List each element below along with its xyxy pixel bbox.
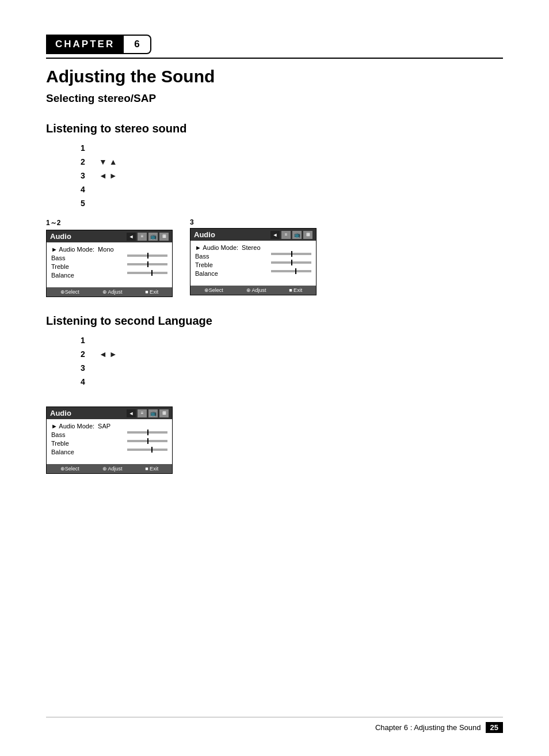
- bass-slider-1: [127, 254, 167, 257]
- screen-row-balance-sap: Balance: [51, 449, 167, 455]
- footer-text: Chapter 6 : Adjusting the Sound: [375, 723, 481, 732]
- screen-icon-vol-sap: ◄: [127, 409, 136, 417]
- audio-mode-label-sap: ► Audio Mode:: [51, 423, 94, 430]
- step-s2-2: 2 ◄ ►: [81, 349, 503, 359]
- screen-icon-tv-sap: 📺: [148, 409, 158, 417]
- balance-label-sap: Balance: [51, 449, 74, 455]
- screen-titlebar-sap: Audio ◄ ≡ 📺 ⊞: [47, 407, 172, 419]
- treble-label-sap: Treble: [51, 440, 69, 447]
- screen-box-1: Audio ◄ ≡ 📺 ⊞ ► Audio Mode: Mono Bass: [46, 230, 173, 297]
- screen-row-bass-sap: Bass: [51, 431, 167, 438]
- screen-icon-tv-2: 📺: [292, 231, 302, 239]
- bass-slider-sap: [127, 431, 167, 434]
- step-num-5: 5: [81, 199, 94, 208]
- screen-body-1: ► Audio Mode: Mono Bass Treble Balance: [47, 242, 172, 284]
- step-s2-1: 1: [81, 336, 503, 345]
- step-s2-text-2: ◄ ►: [99, 349, 117, 359]
- screen-row-bass-2: Bass: [195, 253, 311, 260]
- bass-slider-2: [271, 253, 311, 255]
- step-num-1: 1: [81, 143, 94, 153]
- chapter-number: 6: [124, 35, 151, 54]
- screen-label-2: 3: [190, 218, 317, 226]
- footer-select-2: ⊕Select: [204, 287, 223, 293]
- screen-icon-vol-2: ◄: [270, 231, 280, 239]
- chapter-tab: CHAPTER 6: [46, 35, 151, 54]
- screens-row-section1: 1～2 Audio ◄ ≡ 📺 ⊞ ► Audio Mode: Mono: [46, 218, 503, 297]
- screen-icons-1: ◄ ≡ 📺 ⊞: [127, 233, 169, 241]
- screen-row-treble-1: Treble: [51, 263, 167, 270]
- screen-box-2: Audio ◄ ≡ 📺 ⊞ ► Audio Mode: Stereo Bass: [190, 228, 317, 295]
- steps-section1: 1 2 ▼ ▲ 3 ◄ ► 4 5: [81, 143, 503, 208]
- screen-titlebar-2: Audio ◄ ≡ 📺 ⊞: [190, 229, 316, 241]
- screen-row-bass-1: Bass: [51, 254, 167, 261]
- treble-slider-1: [127, 263, 167, 265]
- treble-label-2: Treble: [195, 261, 213, 268]
- step-text-3: ◄ ►: [99, 171, 117, 180]
- subsection-title-1: Listening to stereo sound: [46, 122, 503, 135]
- audio-mode-row-1: ► Audio Mode: Mono: [51, 246, 167, 253]
- screen-icon-menu-2: ≡: [281, 231, 291, 239]
- audio-mode-label-1: ► Audio Mode:: [51, 246, 94, 253]
- balance-slider-sap: [127, 449, 167, 451]
- chapter-header: CHAPTER 6: [46, 35, 503, 54]
- screen-icons-2: ◄ ≡ 📺 ⊞: [270, 231, 312, 239]
- subsection-title-2: Listening to second Language: [46, 314, 503, 328]
- screen-title-2: Audio: [194, 230, 270, 239]
- balance-label-1: Balance: [51, 272, 74, 279]
- treble-slider-sap: [127, 440, 167, 442]
- screen-row-treble-sap: Treble: [51, 440, 167, 447]
- step-5: 5: [81, 199, 503, 208]
- screen-title-1: Audio: [50, 232, 127, 241]
- footer-adjust-1: ⊕ Adjust: [102, 289, 123, 295]
- step-4: 4: [81, 185, 503, 194]
- screen-container-1: 1～2 Audio ◄ ≡ 📺 ⊞ ► Audio Mode: Mono: [46, 218, 173, 297]
- page-footer: Chapter 6 : Adjusting the Sound 25: [46, 717, 503, 733]
- step-num-2: 2: [81, 157, 94, 166]
- screen-container-sap: Audio ◄ ≡ 📺 ⊞ ► Audio Mode: SAP Bass: [46, 397, 173, 474]
- step-s2-3: 3: [81, 363, 503, 373]
- audio-mode-row-sap: ► Audio Mode: SAP: [51, 423, 167, 430]
- screen-box-sap: Audio ◄ ≡ 📺 ⊞ ► Audio Mode: SAP Bass: [46, 407, 173, 474]
- screen-titlebar-1: Audio ◄ ≡ 📺 ⊞: [47, 230, 172, 242]
- screen-label-sap: [46, 397, 173, 405]
- footer-exit-sap: ■ Exit: [145, 466, 158, 472]
- screen-icon-grid: ⊞: [159, 233, 169, 241]
- footer-page-number: 25: [486, 722, 503, 733]
- screens-row-section2: Audio ◄ ≡ 📺 ⊞ ► Audio Mode: SAP Bass: [46, 397, 503, 474]
- step-1: 1: [81, 143, 503, 153]
- screen-icon-grid-2: ⊞: [303, 231, 312, 239]
- screen-footer-1: ⊕Select ⊕ Adjust ■ Exit: [47, 287, 172, 297]
- screen-icon-menu-sap: ≡: [138, 409, 147, 417]
- step-s2-num-1: 1: [81, 336, 94, 345]
- screen-body-2: ► Audio Mode: Stereo Bass Treble Balance: [190, 241, 316, 282]
- chapter-divider: [46, 58, 503, 59]
- footer-exit-1: ■ Exit: [145, 289, 158, 295]
- screen-label-1: 1～2: [46, 218, 173, 228]
- treble-label-1: Treble: [51, 263, 69, 270]
- screen-container-2: 3 Audio ◄ ≡ 📺 ⊞ ► Audio Mode: Stereo: [190, 218, 317, 297]
- bass-label-1: Bass: [51, 254, 65, 261]
- audio-mode-row-2: ► Audio Mode: Stereo: [195, 244, 311, 251]
- step-num-4: 4: [81, 185, 94, 194]
- screen-icon-menu: ≡: [138, 233, 147, 241]
- footer-adjust-2: ⊕ Adjust: [246, 287, 266, 293]
- page: CHAPTER 6 Adjusting the Sound Selecting …: [0, 0, 549, 756]
- bass-label-2: Bass: [195, 253, 209, 260]
- screen-row-balance-1: Balance: [51, 272, 167, 279]
- screen-icon-vol: ◄: [127, 233, 136, 241]
- step-s2-num-3: 3: [81, 363, 94, 373]
- screen-row-treble-2: Treble: [195, 261, 311, 268]
- step-num-3: 3: [81, 171, 94, 180]
- footer-select-1: ⊕Select: [60, 289, 79, 295]
- screen-row-balance-2: Balance: [195, 270, 311, 277]
- step-s2-4: 4: [81, 377, 503, 386]
- screen-icon-grid-sap: ⊞: [159, 409, 169, 417]
- screen-footer-2: ⊕Select ⊕ Adjust ■ Exit: [190, 286, 316, 295]
- screen-footer-sap: ⊕Select ⊕ Adjust ■ Exit: [47, 464, 172, 473]
- page-title: Adjusting the Sound: [46, 67, 503, 86]
- balance-slider-1: [127, 272, 167, 274]
- step-s2-num-4: 4: [81, 377, 94, 386]
- step-2: 2 ▼ ▲: [81, 157, 503, 166]
- bass-label-sap: Bass: [51, 431, 65, 438]
- step-s2-num-2: 2: [81, 349, 94, 359]
